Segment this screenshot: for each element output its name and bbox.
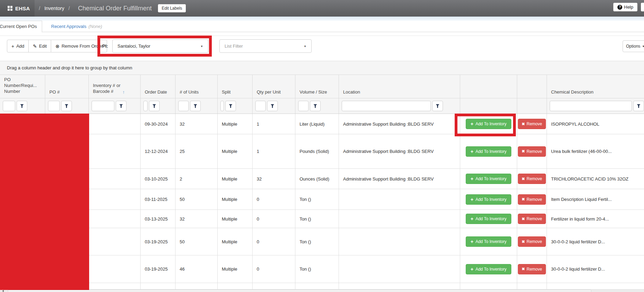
add-to-inventory-button[interactable]: +Add To Inventory (466, 236, 511, 247)
qty-filter-button[interactable] (267, 101, 278, 111)
breadcrumb-separator: / (39, 6, 40, 11)
remove-label: Remove (527, 176, 542, 181)
x-icon: ✖ (522, 240, 525, 244)
list-filter-dropdown[interactable]: List Filter ▼ (219, 39, 312, 53)
breadcrumb-inventory[interactable]: Inventory (44, 6, 64, 11)
remove-button[interactable]: ✖Remove (518, 236, 546, 247)
tab-recent-approvals-count: (None) (88, 24, 102, 29)
tab-recent-approvals[interactable]: Recent Approvals(None) (51, 21, 102, 32)
column-header-po[interactable]: PO # (45, 75, 89, 98)
tab-bar: Current Open POs Recent Approvals(None) (0, 21, 644, 32)
options-label: Options (626, 44, 640, 49)
table-row[interactable]: 03-11-2025 50 Multiple 0 Ton () +Add To … (0, 189, 644, 210)
description-filter-input[interactable] (550, 101, 632, 111)
page-title: Chemical Order Fulfillment (78, 5, 152, 12)
x-icon: ✖ (522, 177, 525, 181)
filter-funnel-icon (65, 104, 68, 108)
split-filter-button[interactable] (225, 101, 236, 111)
column-header-po-number[interactable]: PO Number/Requi... Number (0, 75, 45, 98)
table-header-row: PO Number/Requi... Number PO # Inventory… (0, 75, 644, 98)
po-number-filter-button[interactable] (17, 101, 27, 111)
barcode-filter-button[interactable] (116, 101, 126, 111)
edit-button-label: Edit (39, 43, 47, 49)
add-to-inventory-button[interactable]: +Add To Inventory (466, 174, 511, 184)
filter-funnel-icon (436, 104, 439, 108)
help-label: Help (624, 4, 633, 10)
description-filter-button[interactable] (633, 101, 644, 111)
table-row[interactable]: 12-12-2024 25 Multiple 1 Pounds (Solid) … (0, 134, 644, 169)
add-to-inventory-button[interactable]: +Add To Inventory (466, 214, 511, 224)
edge-button-partial[interactable] (641, 3, 644, 11)
location-filter-button[interactable] (432, 101, 443, 111)
add-to-inventory-label: Add To Inventory (475, 216, 506, 221)
scroll-left-arrow-icon[interactable] (2, 290, 4, 292)
po-filter-button[interactable] (61, 101, 72, 111)
add-to-inventory-button[interactable]: +Add To Inventory (466, 146, 511, 157)
add-button[interactable]: + Add (7, 40, 29, 52)
remove-button[interactable]: ✖Remove (518, 214, 546, 224)
remove-button[interactable]: ✖Remove (518, 119, 546, 129)
list-filter-placeholder: List Filter (225, 43, 243, 49)
column-header-barcode[interactable]: Inventory # or Barcode #↑ (89, 75, 141, 98)
remove-button[interactable]: ✖Remove (518, 264, 546, 274)
horizontal-scrollbar-thumb[interactable] (8, 290, 591, 292)
column-header-qty-per-unit[interactable]: Qty per Unit (253, 75, 295, 98)
qty-filter-input[interactable] (255, 101, 266, 111)
app-logo[interactable]: EHSA (0, 0, 35, 17)
sort-ascending-icon: ↑ (123, 89, 125, 95)
units-filter-button[interactable] (190, 101, 201, 111)
header-divider-strip (0, 17, 644, 21)
table-row[interactable]: 03-13-2025 32 Multiple 0 Ton () +Add To … (0, 210, 644, 228)
remove-button[interactable]: ✖Remove (518, 174, 546, 184)
remove-button[interactable]: ✖Remove (518, 194, 546, 205)
app-logo-text: EHSA (15, 6, 30, 11)
barcode-filter-input[interactable] (92, 101, 114, 111)
po-number-filter-input[interactable] (3, 101, 15, 111)
order-date-filter-button[interactable] (149, 101, 160, 111)
table-row[interactable]: 03-19-2025 50 Multiple 0 Ton () +Add To … (0, 228, 644, 255)
tab-recent-approvals-label: Recent Approvals (51, 24, 86, 29)
group-by-drop-zone[interactable]: Drag a column header and drop it here to… (0, 61, 644, 75)
filter-funnel-icon (637, 104, 641, 108)
plus-icon: + (471, 267, 473, 272)
add-to-inventory-label: Add To Inventory (475, 197, 506, 202)
remove-label: Remove (527, 149, 542, 154)
location-filter-input[interactable] (342, 101, 431, 111)
annotation-box-pi-dropdown (97, 36, 212, 57)
add-to-inventory-button[interactable]: +Add To Inventory (466, 264, 511, 274)
po-filter-input[interactable] (48, 101, 60, 111)
column-header-units[interactable]: # of Units (176, 75, 218, 98)
help-button[interactable]: ? Help (613, 3, 637, 11)
table-row[interactable]: 03-19-2025 46 Multiple 0 Ton () +Add To … (0, 255, 644, 283)
edit-button[interactable]: ✎ Edit (28, 40, 51, 52)
column-header-add-actions (460, 75, 517, 98)
add-to-inventory-button[interactable]: +Add To Inventory (466, 194, 511, 205)
table-row[interactable]: 09-30-2024 32 Multiple 1 Liter (Liquid) … (0, 114, 644, 134)
remove-label: Remove (527, 216, 542, 221)
add-to-inventory-label: Add To Inventory (475, 267, 506, 272)
column-header-chemical-description[interactable]: Chemical Description (547, 75, 644, 98)
add-button-label: Add (16, 43, 24, 49)
column-header-order-date[interactable]: Order Date (141, 75, 176, 98)
horizontal-scrollbar[interactable] (0, 289, 644, 292)
filter-funnel-icon (193, 104, 197, 108)
breadcrumb-separator: / (68, 6, 70, 11)
volume-filter-button[interactable] (310, 101, 321, 111)
help-icon: ? (617, 5, 622, 10)
order-date-filter-input[interactable] (143, 101, 148, 111)
table-row[interactable]: 03-10-2025 2 Multiple 32 Ounces (Solid) … (0, 169, 644, 189)
column-header-location[interactable]: Location (339, 75, 460, 98)
plus-icon: + (471, 197, 473, 202)
edit-labels-button[interactable]: Edit Labels (158, 4, 186, 12)
tab-current-open-pos[interactable]: Current Open POs (0, 21, 42, 32)
options-button[interactable]: Options ▼ (623, 40, 644, 52)
column-header-volume-size[interactable]: Volume / Size (295, 75, 339, 98)
split-filter-input[interactable] (220, 101, 224, 111)
remove-button[interactable]: ✖Remove (518, 146, 546, 157)
add-to-inventory-label: Add To Inventory (475, 149, 506, 154)
x-icon: ✖ (522, 149, 525, 153)
volume-filter-input[interactable] (298, 101, 309, 111)
units-filter-input[interactable] (178, 101, 189, 111)
add-to-inventory-label: Add To Inventory (475, 176, 506, 181)
column-header-split[interactable]: Split (218, 75, 253, 98)
